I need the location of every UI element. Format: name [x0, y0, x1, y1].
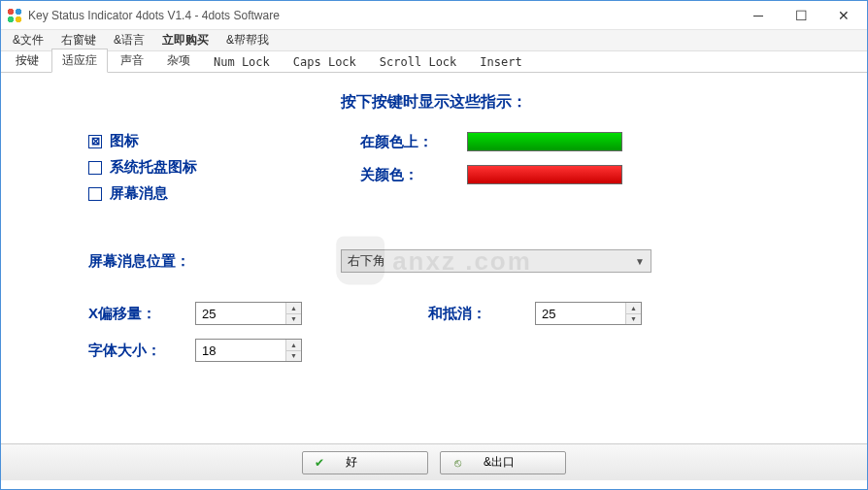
x-offset-value: 25 [196, 307, 285, 321]
exit-icon: ⎋ [451, 456, 464, 470]
checkbox-box-icon [88, 187, 102, 201]
position-row: 屏幕消息位置： 右下角 ▼ [88, 211, 828, 273]
font-size-spinner[interactable]: 18 ▲ ▼ [195, 339, 302, 362]
menu-lang[interactable]: &语言 [106, 30, 152, 50]
on-color-label: 在颜色上： [360, 133, 467, 151]
maximize-button[interactable]: ☐ [780, 2, 822, 29]
off-color-row: 关颜色： [360, 165, 828, 184]
minimize-button[interactable]: ─ [737, 2, 780, 29]
spinner-down-icon[interactable]: ▼ [626, 314, 641, 325]
app-icon [7, 8, 22, 23]
tabbar: 按键 适应症 声音 杂项 Num Lock Caps Lock Scroll L… [1, 51, 867, 73]
checkbox-box-icon [88, 161, 102, 175]
tab-numlock[interactable]: Num Lock [203, 51, 281, 72]
checkbox-box-icon: ⊠ [88, 135, 102, 148]
bottom-bar: ✔ 好 ⎋ &出口 [1, 443, 867, 480]
spinner-down-icon[interactable]: ▼ [286, 351, 301, 362]
tab-capslock[interactable]: Caps Lock [283, 51, 367, 72]
tab-scrolllock[interactable]: Scroll Lock [369, 51, 467, 72]
on-color-row: 在颜色上： [360, 132, 828, 151]
color-group: 在颜色上： 关颜色： [360, 132, 828, 184]
font-size-row: 字体大小： 18 ▲ ▼ [88, 339, 828, 362]
window-controls: ─ ☐ ✕ [737, 2, 865, 29]
ok-button-label: 好 [346, 454, 357, 471]
tab-insert[interactable]: Insert [469, 51, 532, 72]
y-offset-label: 和抵消： [428, 305, 535, 323]
window-title: Key Status Indicator 4dots V1.4 - 4dots … [28, 9, 737, 22]
tab-content: anxz .com 按下按键时显示这些指示： ⊠ 图标 系统托盘图标 屏幕消息 … [1, 73, 867, 443]
tab-sound[interactable]: 声音 [110, 49, 154, 72]
menu-help[interactable]: &帮帮我 [218, 30, 277, 50]
menu-rightwin[interactable]: 右窗键 [53, 30, 104, 50]
font-size-label: 字体大小： [88, 342, 195, 360]
exit-button-label: &出口 [484, 454, 515, 471]
checkbox-label: 系统托盘图标 [110, 158, 197, 177]
position-label: 屏幕消息位置： [88, 252, 341, 271]
titlebar: Key Status Indicator 4dots V1.4 - 4dots … [1, 1, 867, 30]
menu-file[interactable]: &文件 [5, 30, 51, 50]
tab-keys[interactable]: 按键 [5, 49, 50, 72]
close-button[interactable]: ✕ [822, 2, 865, 29]
position-value: 右下角 [348, 252, 385, 270]
checkbox-icon[interactable]: ⊠ 图标 [88, 132, 341, 150]
checkbox-label: 图标 [110, 132, 139, 150]
spinner-buttons: ▲ ▼ [285, 303, 301, 324]
x-offset-spinner[interactable]: 25 ▲ ▼ [195, 302, 302, 325]
tab-misc[interactable]: 杂项 [156, 49, 201, 72]
check-icon: ✔ [313, 456, 326, 470]
spinner-up-icon[interactable]: ▲ [626, 303, 641, 314]
off-color-label: 关颜色： [360, 166, 467, 184]
checkbox-group: ⊠ 图标 系统托盘图标 屏幕消息 [88, 132, 341, 211]
spinner-buttons: ▲ ▼ [285, 340, 301, 361]
on-color-swatch[interactable] [467, 132, 622, 151]
section-heading: 按下按键时显示这些指示： [40, 92, 828, 113]
ok-button[interactable]: ✔ 好 [302, 451, 428, 474]
spinner-up-icon[interactable]: ▲ [286, 303, 301, 314]
position-combobox[interactable]: 右下角 ▼ [341, 249, 651, 273]
y-offset-value: 25 [536, 307, 625, 321]
font-size-value: 18 [196, 343, 285, 358]
x-offset-label: X偏移量： [88, 305, 195, 323]
tab-indications[interactable]: 适应症 [51, 49, 108, 73]
spinner-buttons: ▲ ▼ [625, 303, 641, 324]
exit-button[interactable]: ⎋ &出口 [440, 451, 566, 474]
chevron-down-icon: ▼ [635, 256, 645, 267]
offset-row-1: X偏移量： 25 ▲ ▼ 和抵消： 25 ▲ ▼ [88, 302, 828, 325]
checkbox-tray[interactable]: 系统托盘图标 [88, 158, 341, 177]
spinner-up-icon[interactable]: ▲ [286, 340, 301, 351]
spinner-down-icon[interactable]: ▼ [286, 314, 301, 325]
off-color-swatch[interactable] [467, 165, 622, 184]
y-offset-spinner[interactable]: 25 ▲ ▼ [535, 302, 642, 325]
menu-buy[interactable]: 立即购买 [154, 30, 217, 50]
checkbox-label: 屏幕消息 [110, 184, 168, 203]
checkbox-osd[interactable]: 屏幕消息 [88, 184, 341, 203]
